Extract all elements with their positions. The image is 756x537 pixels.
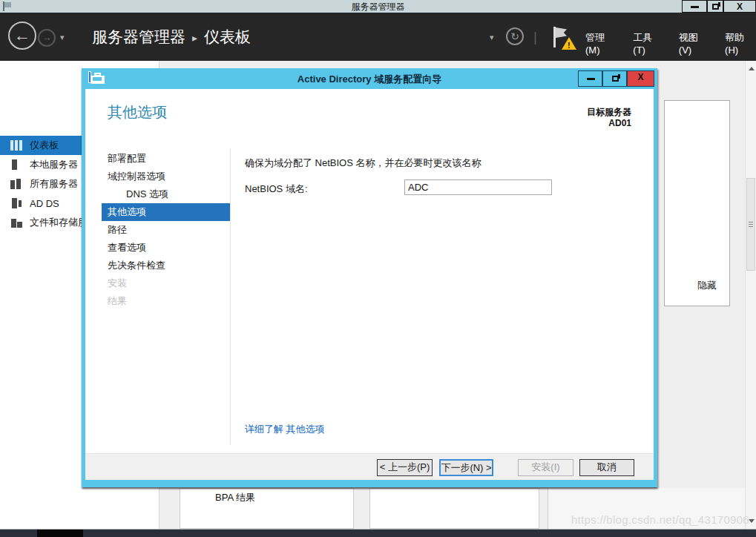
background-card bbox=[369, 488, 539, 529]
background-divider bbox=[548, 488, 548, 529]
menu-manage[interactable]: 管理(M) bbox=[585, 31, 617, 56]
window-titlebar: 服务器管理器 X bbox=[0, 0, 756, 13]
restore-icon bbox=[612, 76, 619, 82]
hide-button[interactable]: 隐藏 bbox=[697, 279, 717, 292]
wizard-step-additional-options[interactable]: 其他选项 bbox=[102, 203, 230, 221]
bpa-results-card: BPA 结果 bbox=[180, 488, 354, 529]
dialog-controls: X bbox=[578, 70, 654, 87]
previous-button[interactable]: < 上一步(P) bbox=[377, 459, 433, 476]
breadcrumb-root[interactable]: 服务器管理器 bbox=[92, 27, 185, 47]
watermark: https://blog.csdn.net/qq_43170906 bbox=[571, 513, 749, 526]
local-server-icon bbox=[10, 159, 22, 170]
dashboard-icon bbox=[10, 140, 22, 151]
wizard-footer: < 上一步(P) 下一步(N) > 安装(I) 取消 bbox=[85, 453, 654, 480]
close-icon: X bbox=[724, 1, 755, 12]
file-storage-icon bbox=[10, 217, 22, 228]
wizard-step-results: 结果 bbox=[102, 292, 230, 310]
menu-view[interactable]: 视图(V) bbox=[679, 31, 709, 56]
sidebar-item-label: AD DS bbox=[30, 198, 59, 209]
forward-button[interactable]: → bbox=[38, 29, 56, 47]
breadcrumb: 服务器管理器 ▸ 仪表板 bbox=[92, 24, 251, 50]
learn-more-link[interactable]: 详细了解 其他选项 bbox=[245, 423, 325, 436]
next-button[interactable]: 下一步(N) > bbox=[439, 459, 493, 476]
sidebar-item-label: 所有服务器 bbox=[30, 177, 78, 191]
dialog-titlebar[interactable]: Active Directory 域服务配置向导 X bbox=[82, 68, 657, 89]
all-servers-icon bbox=[10, 179, 22, 189]
dialog-body: 其他选项 目标服务器 AD01 部署配置 域控制器选项 DNS 选项 其他选项 … bbox=[85, 89, 654, 480]
menu-bar: 管理(M) 工具(T) 视图(V) 帮助(H) bbox=[585, 31, 756, 56]
notification-panel: 隐藏 bbox=[664, 100, 730, 306]
menu-tools[interactable]: 工具(T) bbox=[633, 31, 663, 56]
breadcrumb-separator-icon: ▸ bbox=[192, 30, 197, 44]
wizard-step-review-options[interactable]: 查看选项 bbox=[102, 239, 230, 257]
navbar-divider: | bbox=[533, 29, 537, 45]
dialog-minimize-button[interactable] bbox=[578, 70, 602, 87]
window-controls: X bbox=[682, 0, 756, 13]
wizard-step-prerequisites-check[interactable]: 先决条件检查 bbox=[102, 257, 230, 274]
page-title: 其他选项 bbox=[108, 102, 167, 122]
scope-dropdown-icon[interactable]: ▾ bbox=[490, 33, 494, 42]
instruction-text: 确保为域分配了 NetBIOS 名称，并在必要时更改该名称 bbox=[245, 157, 481, 170]
breadcrumb-current[interactable]: 仪表板 bbox=[204, 27, 251, 47]
dialog-close-button[interactable]: X bbox=[627, 70, 654, 87]
scroll-up-icon[interactable] bbox=[749, 67, 755, 70]
sidebar-item-label: 本地服务器 bbox=[30, 158, 78, 171]
taskbar-edge bbox=[0, 530, 756, 537]
restore-icon bbox=[712, 4, 719, 10]
wizard-nav: 部署配置 域控制器选项 DNS 选项 其他选项 路径 查看选项 先决条件检查 安… bbox=[102, 150, 230, 310]
bpa-results-title: BPA 结果 bbox=[215, 491, 255, 504]
wizard-step-paths[interactable]: 路径 bbox=[102, 221, 230, 239]
refresh-icon[interactable]: ↻ bbox=[506, 27, 524, 45]
wizard-nav-divider bbox=[230, 148, 231, 445]
scroll-down-icon[interactable] bbox=[749, 519, 755, 523]
close-icon: X bbox=[628, 72, 654, 82]
dialog-restore-button[interactable] bbox=[602, 70, 627, 87]
ad-ds-icon bbox=[10, 198, 22, 208]
close-button[interactable]: X bbox=[723, 0, 756, 13]
wizard-step-deployment-config[interactable]: 部署配置 bbox=[102, 150, 230, 168]
netbios-domain-label: NetBIOS 域名: bbox=[245, 182, 308, 196]
window-title: 服务器管理器 bbox=[0, 1, 756, 13]
install-button: 安装(I) bbox=[518, 459, 573, 476]
target-server-block: 目标服务器 AD01 bbox=[587, 107, 631, 129]
warning-bang-icon: ! bbox=[568, 41, 571, 50]
wizard-step-dc-options[interactable]: 域控制器选项 bbox=[102, 168, 230, 185]
scrollbar-grip-icon bbox=[749, 222, 753, 228]
menu-help[interactable]: 帮助(H) bbox=[725, 31, 756, 56]
restore-button[interactable] bbox=[707, 0, 723, 13]
sidebar-item-label: 仪表板 bbox=[30, 139, 59, 152]
vertical-scrollbar[interactable] bbox=[745, 61, 756, 529]
wizard-step-dns-options[interactable]: DNS 选项 bbox=[102, 185, 230, 203]
target-server-label: 目标服务器 bbox=[587, 107, 631, 118]
navbar: ← → ▾ 服务器管理器 ▸ 仪表板 ▾ ↻ | ! 管理(M) 工具(T) 视… bbox=[0, 13, 756, 61]
minimize-icon bbox=[587, 78, 595, 80]
minimize-button[interactable] bbox=[682, 0, 707, 13]
history-dropdown-icon[interactable]: ▾ bbox=[60, 33, 65, 42]
back-button[interactable]: ← bbox=[8, 22, 36, 50]
netbios-domain-input[interactable] bbox=[404, 179, 552, 195]
dialog-title: Active Directory 域服务配置向导 bbox=[82, 73, 657, 86]
adds-wizard-dialog: Active Directory 域服务配置向导 X 其他选项 目标服务器 AD… bbox=[82, 68, 657, 487]
wizard-step-installation: 安装 bbox=[102, 274, 230, 292]
scrollbar-thumb[interactable] bbox=[746, 178, 755, 271]
minimize-icon bbox=[691, 6, 699, 8]
target-server-name: AD01 bbox=[587, 118, 631, 129]
cancel-button[interactable]: 取消 bbox=[579, 459, 634, 476]
